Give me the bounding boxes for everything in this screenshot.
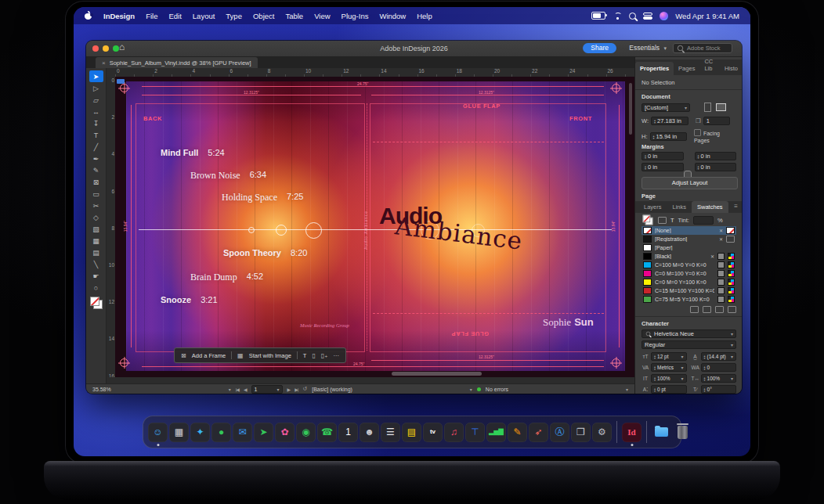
more-options-button[interactable]: ··· — [333, 352, 339, 359]
dock-indesign[interactable]: Id — [622, 423, 641, 442]
menu-view[interactable]: View — [309, 12, 335, 20]
zoom-level[interactable]: 35.58% — [92, 387, 111, 392]
dock-photos[interactable]: ✿ — [275, 423, 295, 442]
track-item[interactable]: Holding Space7:25 — [222, 192, 303, 203]
track-item[interactable]: Snooze3:21 — [161, 295, 218, 304]
page-number-field[interactable]: 1▾ — [251, 385, 283, 394]
battery-icon[interactable] — [591, 12, 605, 20]
type-tool-button[interactable]: T — [303, 352, 307, 359]
dock-phone[interactable]: ☎ — [317, 423, 337, 442]
dock-messages[interactable]: ● — [211, 423, 231, 442]
document-add-icon[interactable]: ▯₊ — [321, 352, 328, 359]
dock-calendar[interactable]: 1 — [338, 423, 358, 442]
adjust-layout-button[interactable]: Adjust Layout — [641, 177, 738, 189]
tab-links[interactable]: Links — [667, 201, 692, 213]
tool-gap[interactable]: ↔ — [89, 106, 103, 117]
dock-launchpad[interactable]: ▦ — [169, 423, 189, 442]
dock-pages[interactable]: ✎ — [508, 423, 527, 442]
last-page-button[interactable]: ▶| — [295, 387, 298, 392]
tool-gradient[interactable]: ▧ — [89, 223, 103, 235]
close-tab-icon[interactable]: × — [102, 59, 106, 67]
margin-left-field[interactable]: ▴▾0 in — [695, 152, 737, 160]
next-page-button[interactable]: ▶ — [287, 387, 291, 392]
new-swatch-icon[interactable] — [715, 306, 724, 313]
dock-mail[interactable]: ✉ — [233, 423, 252, 442]
facing-pages-checkbox[interactable]: Facing Pages — [694, 129, 736, 144]
menu-object[interactable]: Object — [248, 12, 280, 20]
dock-notes[interactable]: ▤ — [402, 423, 421, 442]
track-item[interactable]: Spoon Theory8:20 — [223, 248, 307, 257]
dock-finder[interactable]: ☺ — [148, 423, 168, 442]
tool-hand[interactable]: ☛ — [89, 270, 103, 282]
menu-edit[interactable]: Edit — [163, 12, 186, 20]
record-label-logo[interactable]: Music Recording Group — [300, 322, 349, 328]
tool-type[interactable]: T — [89, 129, 103, 141]
font-size-field[interactable]: ▴▾12 pt▾ — [651, 352, 687, 361]
landscape-orientation-button[interactable] — [716, 103, 726, 111]
portrait-orientation-button[interactable] — [704, 103, 711, 112]
dock-music[interactable]: ♫ — [444, 423, 464, 442]
swatch-row-none[interactable]: [None] ✕ — [641, 226, 736, 235]
dock-trash[interactable] — [673, 423, 692, 442]
tool-pen[interactable]: ✒ — [89, 153, 103, 164]
tool-pencil[interactable]: ✎ — [89, 164, 103, 176]
start-with-image-button[interactable]: Start with Image — [249, 352, 291, 359]
control-center-icon[interactable] — [643, 13, 652, 20]
tool-gradient-feather[interactable]: ▦ — [89, 235, 103, 247]
swatch-row-black[interactable]: [Black] ✕ — [641, 252, 736, 261]
height-field[interactable]: ▴▾15.94 in — [650, 132, 687, 141]
tool-page[interactable]: ▱ — [89, 94, 103, 106]
tool-content-collector[interactable]: ↧ — [89, 117, 103, 129]
preflight-refresh-icon[interactable]: ↺ — [302, 386, 307, 392]
tool-direct-selection[interactable]: ▷ — [89, 82, 103, 94]
tab-history[interactable]: Histo — [720, 62, 742, 75]
tool-rectangle[interactable]: ▭ — [89, 188, 103, 200]
show-swatch-kinds-icon[interactable] — [690, 306, 699, 313]
dock-contacts[interactable]: ☻ — [360, 423, 379, 442]
tab-swatches[interactable]: Swatches — [692, 201, 728, 213]
tab-cc-libraries[interactable]: CC Lib — [699, 55, 720, 75]
horizontal-scale-field[interactable]: ▴▾100%▾ — [701, 374, 737, 383]
dock-books[interactable]: ❐ — [571, 423, 591, 442]
first-page-button[interactable]: |◀ — [236, 387, 239, 392]
add-frame-button[interactable]: Add a Frame — [192, 352, 226, 359]
swatch-row-paper[interactable]: [Paper] — [641, 243, 736, 252]
menu-help[interactable]: Help — [411, 12, 438, 20]
margin-right-field[interactable]: ▴▾0 in — [695, 163, 737, 171]
tool-note[interactable]: ▤ — [89, 247, 103, 258]
vertical-scale-field[interactable]: ▴▾100%▾ — [651, 374, 687, 383]
horizontal-scrollbar[interactable] — [392, 372, 482, 376]
tab-properties[interactable]: Properties — [635, 62, 674, 75]
swatch-row-yellow[interactable]: C=0 M=0 Y=100 K=0 — [641, 278, 736, 286]
swatch-row-magenta[interactable]: C=0 M=100 Y=0 K=0 — [641, 269, 736, 278]
tint-field[interactable] — [693, 216, 714, 225]
delete-swatch-icon[interactable] — [728, 306, 736, 313]
tool-eyedropper[interactable]: ╲ — [89, 258, 103, 270]
track-item[interactable]: Brain Dump4:52 — [190, 272, 263, 283]
formatting-affects-text-icon[interactable]: T — [670, 217, 674, 224]
dock-numbers[interactable]: ▂▅▇ — [486, 423, 506, 442]
formatting-affects-container-icon[interactable] — [658, 217, 667, 224]
fill-stroke-proxy[interactable] — [90, 297, 103, 309]
menu-plugins[interactable]: Plug-Ins — [336, 12, 374, 20]
fill-swatch-none[interactable] — [90, 297, 99, 306]
track-item[interactable]: Brown Noise6:34 — [190, 170, 266, 182]
swatch-fill-stroke-proxy[interactable] — [643, 215, 653, 225]
dock-tv[interactable]: tv — [423, 423, 443, 442]
new-color-group-icon[interactable] — [703, 306, 711, 313]
dock-maps[interactable]: ➤ — [254, 423, 273, 442]
menu-file[interactable]: File — [140, 12, 163, 20]
skew-field[interactable]: ▴▾0° — [701, 385, 737, 394]
adobe-stock-search[interactable]: Adobe Stock — [673, 43, 732, 53]
swatch-row-red[interactable]: C=15 M=100 Y=100 K=0 — [641, 286, 736, 295]
dock-safari[interactable]: ✦ — [190, 423, 210, 442]
page-count-field[interactable]: 1 — [703, 117, 730, 125]
tracking-field[interactable]: ▴▾0 — [701, 363, 737, 372]
margin-top-field[interactable]: ▴▾0 in — [641, 152, 684, 160]
tab-layers[interactable]: Layers — [638, 201, 667, 213]
apple-logo-icon[interactable] — [85, 12, 92, 20]
margin-bottom-field[interactable]: ▴▾0 in — [641, 163, 684, 171]
dock-settings[interactable]: ⚙ — [592, 423, 612, 442]
tool-line[interactable]: ╱ — [89, 141, 103, 153]
swatch-row-green[interactable]: C=75 M=5 Y=100 K=0 — [641, 295, 736, 304]
